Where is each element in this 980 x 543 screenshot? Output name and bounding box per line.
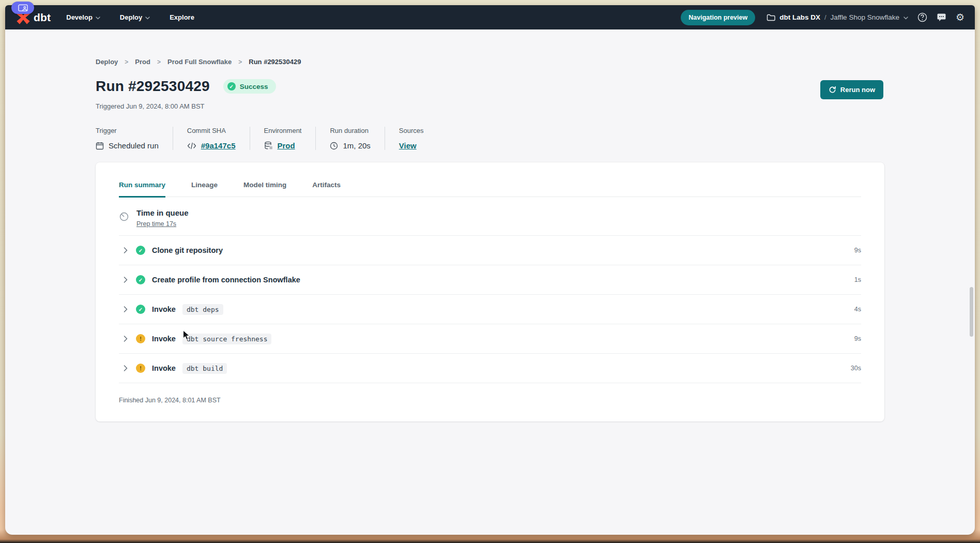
chevron-right-icon[interactable] [122,365,129,371]
chevron-down-icon [96,17,100,20]
feedback-icon[interactable] [937,13,946,22]
tab-bar: Run summaryLineageModel timingArtifacts [119,181,861,197]
run-metadata: TriggerScheduled runCommit SHA#9a147c5En… [96,127,884,150]
step-row-invoke-dbt-source-freshness[interactable]: !Invokedbt source freshness9s [119,324,861,354]
step-row-clone-git-repository[interactable]: ✓Clone git repository9s [119,236,861,265]
top-navbar: dbt DevelopDeployExplore Navigation prev… [5,5,975,29]
tab-model-timing[interactable]: Model timing [243,181,286,197]
finished-timestamp: Finished Jun 9, 2024, 8:01 AM BST [119,383,861,404]
clock-icon [330,142,338,150]
breadcrumb-separator: > [238,58,242,66]
screenshare-user-icon [18,4,28,12]
tab-run-summary[interactable]: Run summary [119,181,165,198]
breadcrumb-separator: > [125,58,128,66]
meta-sources: SourcesView [385,127,438,150]
step-command: dbt source freshness [182,334,272,344]
dbt-logo-text: dbt [34,11,51,24]
run-summary-card: Run summaryLineageModel timingArtifacts … [96,162,884,421]
meta-value: 1m, 20s [330,141,370,150]
chevron-right-icon[interactable] [122,306,129,312]
refresh-icon [829,86,836,94]
navbar-right: Navigation preview dbt Labs DX / Jaffle … [681,10,964,25]
step-row-create-profile-from-connection-snowflake[interactable]: ✓Create profile from connection Snowflak… [119,265,861,295]
queue-text: Time in queue Prep time 17s [136,208,189,228]
breadcrumb: Deploy>Prod>Prod Full Snowflake>Run #292… [96,58,884,66]
meta-value: Prod [264,141,302,150]
page-title: Run #292530429 [96,78,210,95]
breadcrumb-item-prod[interactable]: Prod [135,58,150,66]
chevron-down-icon [145,17,150,20]
navigation-preview-button[interactable]: Navigation preview [681,10,755,25]
meta-value-run-duration: 1m, 20s [343,141,370,150]
nav-menu-develop[interactable]: Develop [66,13,100,21]
step-label: Invoke [152,364,176,372]
step-label: Invoke [152,305,176,313]
extension-badge[interactable] [11,2,34,14]
warning-icon: ! [136,334,145,343]
step-command: dbt deps [182,304,223,315]
step-duration: 9s [854,247,861,254]
meta-commit-sha: Commit SHA#9a147c5 [173,127,250,150]
meta-value: #9a147c5 [187,141,236,150]
time-in-queue-row: Time in queue Prep time 17s [119,197,861,236]
timer-icon [119,212,129,228]
meta-environment: EnvironmentProd [250,127,316,150]
nav-menu-label: Develop [66,13,93,21]
chevron-right-icon[interactable] [122,336,129,342]
breadcrumb-item-run-292530429: Run #292530429 [249,58,301,66]
meta-value-trigger: Scheduled run [109,141,159,150]
breadcrumb-separator: > [157,58,161,66]
step-label: Create profile from connection Snowflake [152,276,300,284]
meta-value-sources[interactable]: View [399,141,417,150]
nav-menu-deploy[interactable]: Deploy [120,13,150,21]
breadcrumb-item-deploy[interactable]: Deploy [96,58,118,66]
success-check-icon: ✓ [227,82,236,90]
nav-menu-explore[interactable]: Explore [170,13,194,21]
title-row: Run #292530429 ✓ Success [96,78,884,95]
meta-value-commit-sha[interactable]: #9a147c5 [201,141,236,150]
success-icon: ✓ [136,305,145,314]
step-label: Invoke [152,335,176,343]
meta-value-environment[interactable]: Prod [278,141,295,150]
rerun-now-label: Rerun now [840,86,875,94]
step-duration: 4s [854,306,861,313]
breadcrumb-item-prod-full-snowflake[interactable]: Prod Full Snowflake [167,58,232,66]
chevron-right-icon[interactable] [122,277,129,283]
step-row-invoke-dbt-deps[interactable]: ✓Invokedbt deps4s [119,295,861,324]
account-name: dbt Labs DX [779,13,820,21]
step-duration: 9s [854,335,861,342]
warning-icon: ! [136,364,145,373]
meta-value: View [399,141,424,150]
meta-label: Environment [264,127,302,134]
project-selector[interactable]: dbt Labs DX / Jaffle Shop Snowflake [767,13,908,21]
chevron-right-icon[interactable] [122,247,129,253]
step-duration: 1s [854,276,861,283]
help-icon[interactable] [917,12,927,22]
meta-value: Scheduled run [96,141,159,150]
meta-label: Commit SHA [187,127,236,134]
folder-icon [767,14,775,21]
meta-label: Run duration [330,127,370,134]
nav-menu-label: Deploy [120,13,142,21]
meta-label: Sources [399,127,424,134]
chevron-down-icon [904,17,908,20]
settings-icon[interactable]: ⚙ [956,12,964,22]
tab-lineage[interactable]: Lineage [191,181,218,197]
rerun-now-button[interactable]: Rerun now [820,80,883,99]
tab-artifacts[interactable]: Artifacts [312,181,341,197]
desktop-frame: dbt DevelopDeployExplore Navigation prev… [0,0,980,543]
nav-menus: DevelopDeployExplore [66,13,194,21]
main-content: Deploy>Prod>Prod Full Snowflake>Run #292… [96,29,884,421]
meta-run-duration: Run duration1m, 20s [315,127,384,150]
step-label: Clone git repository [152,246,223,254]
step-command: dbt build [182,363,227,374]
queue-title: Time in queue [136,208,189,217]
step-row-invoke-dbt-build[interactable]: !Invokedbt build30s [119,354,861,383]
meta-label: Trigger [96,127,159,134]
code-icon [187,142,196,149]
database-icon [264,141,273,150]
prep-time-link[interactable]: Prep time 17s [136,220,176,228]
calendar-icon [96,142,104,150]
scrollbar-thumb[interactable] [970,287,973,337]
success-icon: ✓ [136,246,145,255]
